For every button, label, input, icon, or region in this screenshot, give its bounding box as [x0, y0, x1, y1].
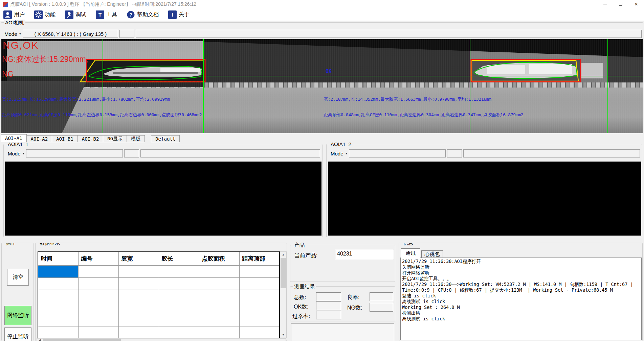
ok-count-label: OK数: — [294, 303, 309, 311]
camera-view[interactable]: NG,OK NG:胶体过长:15.290mm, NG OK 宽:2.215mm,… — [1, 39, 643, 133]
info-group-label: 信息 — [402, 243, 415, 246]
log-area[interactable]: 2021/7/29 11:36:30:AOI程序打开关闭网络监听打开网络监听开启… — [400, 258, 642, 340]
tab-aoi-a1[interactable]: AOI-A1 — [1, 134, 27, 142]
table-cell[interactable] — [159, 326, 199, 338]
tab-template[interactable]: 模版 — [127, 135, 145, 142]
toolbar-tools-button[interactable]: T 工具 — [96, 10, 117, 19]
table-cell[interactable] — [239, 277, 280, 290]
scroll-up-icon[interactable]: ▲ — [280, 252, 286, 258]
table-cell[interactable] — [159, 277, 199, 290]
table-cell[interactable] — [159, 265, 199, 277]
table-cell[interactable] — [78, 314, 118, 326]
table-cell[interactable] — [118, 314, 159, 326]
camera-mode-dropdown[interactable]: Mode ▼ — [3, 30, 23, 38]
subview1-mode-dropdown[interactable]: Mode ▼ — [6, 149, 26, 157]
app-icon — [3, 2, 8, 7]
column-header[interactable]: 距离顶部 — [239, 252, 280, 265]
log-line: 打开网络监听 — [402, 270, 640, 276]
subview2-label: AOIA1_2 — [329, 141, 353, 147]
table-cell[interactable] — [38, 290, 78, 302]
current-product-label: 当前产品: — [294, 252, 317, 259]
table-cell[interactable] — [38, 265, 78, 277]
tab-default[interactable]: Default — [151, 135, 180, 142]
column-header[interactable]: 点胶面积 — [199, 252, 239, 265]
subview2-field1 — [349, 149, 446, 157]
table-horizontal-scrollbar[interactable]: ◀ — [37, 338, 286, 341]
scroll-left-icon[interactable]: ◀ — [37, 339, 43, 341]
table-cell[interactable] — [118, 290, 159, 302]
svg-text:T: T — [98, 12, 102, 18]
table-cell[interactable] — [118, 326, 159, 338]
clear-button[interactable]: 清空 — [7, 269, 29, 286]
scrollbar-thumb[interactable] — [43, 339, 121, 341]
toolbar-debug-button[interactable]: 调试 — [65, 10, 86, 19]
toolbar-about-button[interactable]: i 关于 — [168, 10, 190, 19]
toolbar-tools-label: 工具 — [106, 11, 117, 18]
column-header[interactable]: 胶长 — [159, 252, 199, 265]
table-cell[interactable] — [199, 265, 239, 277]
scroll-down-icon[interactable]: ▼ — [280, 332, 286, 338]
table-cell[interactable] — [78, 277, 118, 290]
log-line: 登陆 is click — [402, 293, 640, 299]
stop-listen-button[interactable]: 停止监听 — [4, 327, 31, 341]
subview1-image-area[interactable] — [5, 162, 321, 236]
small-readout-field — [119, 30, 134, 38]
table-cell[interactable] — [78, 290, 118, 302]
tab-aoi-a2[interactable]: AOI-A2 — [27, 135, 52, 142]
tab-aoi-b2[interactable]: AOI-B2 — [78, 135, 104, 142]
scrollbar-thumb[interactable] — [281, 258, 286, 288]
tab-heartbeat[interactable]: 心跳包 — [421, 250, 443, 258]
table-cell[interactable] — [78, 302, 118, 314]
table-cell[interactable] — [199, 326, 239, 338]
table-cell[interactable] — [38, 326, 78, 338]
data-table: 时间 编号 胶宽 胶长 点胶面积 距离顶部 — [38, 251, 280, 339]
table-vertical-scrollbar[interactable]: ▲ ▼ — [280, 251, 287, 338]
table-cell[interactable] — [239, 314, 280, 326]
table-cell[interactable] — [38, 314, 78, 326]
table-cell[interactable] — [78, 265, 118, 277]
dropdown-arrow-icon: ▼ — [19, 32, 22, 35]
current-product-field[interactable]: 40231 — [335, 250, 393, 259]
table-cell[interactable] — [38, 302, 78, 314]
table-cell[interactable] — [159, 314, 199, 326]
table-cell[interactable] — [239, 265, 280, 277]
camera-groupbox: AOI相机 Mode ▼ ( X 6568, Y 1463 ) : ( Gray… — [1, 22, 643, 133]
log-line: 关闭网络监听 — [402, 264, 640, 270]
column-header[interactable]: 编号 — [78, 252, 118, 265]
table-cell[interactable] — [239, 302, 280, 314]
close-button[interactable]: ✕ — [628, 0, 644, 8]
title-bar: 点胶AOI [ Version : 1.0.0.9 ] 程序 【当前用户: En… — [0, 0, 644, 8]
table-cell[interactable] — [199, 277, 239, 290]
subview2-mode-dropdown[interactable]: Mode ▼ — [329, 149, 349, 157]
column-header[interactable]: 时间 — [38, 252, 78, 265]
table-cell[interactable] — [239, 326, 280, 338]
minimize-button[interactable] — [597, 0, 613, 8]
table-cell[interactable] — [199, 314, 239, 326]
tab-communication[interactable]: 通讯 — [401, 248, 420, 258]
total-count-label: 总数: — [294, 294, 306, 301]
table-cell[interactable] — [38, 277, 78, 290]
table-cell[interactable] — [159, 302, 199, 314]
table-cell[interactable] — [199, 302, 239, 314]
column-header[interactable]: 胶宽 — [118, 252, 159, 265]
tab-ng-display[interactable]: NG显示 — [103, 135, 127, 142]
table-cell[interactable] — [118, 302, 159, 314]
maximize-button[interactable] — [613, 0, 628, 8]
table-cell[interactable] — [118, 265, 159, 277]
yield-rate-label: 良率: — [347, 294, 359, 301]
table-cell[interactable] — [118, 277, 159, 290]
left-measurement-line1: 宽:2.215mm,长:15.290mm,最大胶宽:2.2218mm,最小:1.… — [2, 96, 170, 102]
table-cell[interactable] — [199, 290, 239, 302]
tab-aoi-b1[interactable]: AOI-B1 — [52, 135, 78, 142]
toolbar-help-button[interactable]: ? 帮助文档 — [127, 10, 159, 19]
table-cell[interactable] — [78, 326, 118, 338]
table-cell[interactable] — [239, 290, 280, 302]
result-group-label: 测量结果 — [293, 284, 316, 290]
overkill-rate-label: 过杀率: — [292, 313, 310, 320]
ng-label-text: NG — [2, 70, 14, 79]
toolbar-function-button[interactable]: 功能 — [34, 10, 55, 19]
network-listen-button[interactable]: 网络监听 — [4, 306, 31, 325]
table-cell[interactable] — [159, 290, 199, 302]
toolbar-user-button[interactable]: 用户 — [3, 10, 25, 19]
subview2-image-area[interactable] — [328, 162, 641, 236]
